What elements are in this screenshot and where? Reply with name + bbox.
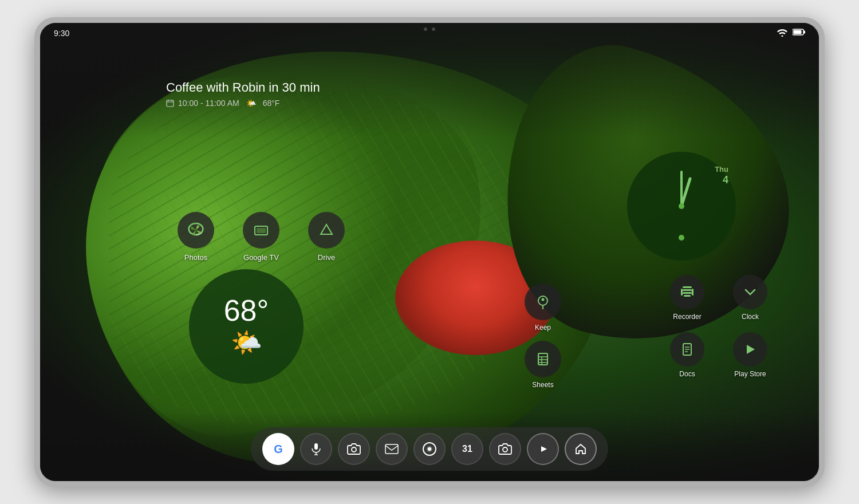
docs-label: Docs [679,370,695,378]
svg-point-42 [428,447,431,451]
app-drive[interactable]: Drive [308,212,345,262]
svg-point-8 [195,229,198,232]
play-store-label: Play Store [734,370,766,378]
svg-point-0 [782,36,783,37]
weather-sun-icon: 🌤️ [231,328,262,357]
svg-rect-10 [257,228,266,233]
clock-icon-circle [733,275,767,309]
status-time: 9:30 [54,29,69,38]
dock-google-search[interactable]: G [262,433,294,465]
event-title: Coffee with Robin in 30 min [166,80,320,95]
app-recorder[interactable]: Recorder [664,275,710,321]
svg-rect-29 [681,289,683,296]
weather-temperature: 68° [224,296,269,325]
svg-rect-30 [692,289,693,296]
svg-point-19 [542,298,545,301]
camera-dot-1 [424,27,427,31]
recorder-label: Recorder [673,313,701,321]
play-store-icon-circle [733,332,767,367]
sheets-label: Sheets [532,381,553,389]
dock-gmail[interactable] [376,433,408,465]
svg-rect-20 [538,353,547,365]
svg-rect-28 [684,295,691,297]
dock-chrome[interactable] [413,433,446,465]
docs-icon-circle [670,332,704,367]
svg-point-38 [352,447,356,452]
photos-label: Photos [184,253,207,262]
dock-home[interactable] [565,433,597,465]
svg-rect-26 [683,289,692,291]
drive-label: Drive [318,253,335,262]
app-docs[interactable]: Docs [664,332,710,378]
svg-marker-44 [541,446,547,452]
status-bar: 9:30 [40,23,819,44]
dock-microphone[interactable] [300,433,332,465]
google-tv-label: Google TV [243,253,279,262]
dock-youtube[interactable] [527,433,559,465]
wifi-icon [777,27,788,39]
dock-calendar[interactable]: 31 [451,433,483,465]
keep-icon-circle [525,284,561,320]
svg-rect-27 [683,292,692,294]
sheets-icon-circle [525,341,561,377]
tablet-frame: 9:30 C [34,17,825,487]
dock-camera-2[interactable] [489,433,521,465]
event-time: 10:00 - 11:00 AM [178,99,239,108]
camera-notch [424,27,435,31]
weather-widget[interactable]: 68° 🌤️ [189,269,304,384]
svg-rect-4 [167,100,174,107]
clock-day: Thu [715,165,728,174]
svg-rect-39 [385,444,398,454]
clock-widget[interactable]: Thu 4 [624,149,739,266]
app-play-store[interactable]: Play Store [727,332,773,378]
event-weather-emoji: 🌤️ [246,99,256,108]
app-photos[interactable]: Photos [178,212,214,262]
event-details: 10:00 - 11:00 AM 🌤️ 68°F [166,99,320,108]
right-app-grid: Recorder Clock [601,275,773,378]
app-clock[interactable]: Clock [727,275,773,321]
svg-rect-25 [683,286,692,288]
app-keep[interactable]: Keep [525,284,561,332]
keep-label: Keep [535,324,551,332]
svg-point-16 [679,235,684,241]
event-weather-temp: 68°F [263,99,280,108]
tablet-screen: 9:30 C [40,23,819,481]
clock-date: 4 [715,174,728,187]
dock-camera[interactable] [338,433,370,465]
recorder-icon-circle [670,275,704,309]
calendar-inline-icon: 10:00 - 11:00 AM [166,99,239,108]
event-widget: Coffee with Robin in 30 min 10:00 - 11:0… [166,80,320,108]
svg-rect-35 [314,443,318,450]
svg-point-15 [679,203,684,209]
svg-rect-3 [803,31,805,34]
svg-rect-2 [794,30,802,34]
battery-icon [793,28,805,38]
status-icons [777,27,805,39]
google-tv-icon-circle [243,212,279,249]
app-icon-row: Photos Google TV [178,212,345,262]
dock: G [251,427,608,471]
drive-icon-circle [308,212,345,249]
camera-dot-2 [432,27,435,31]
photos-icon-circle [178,212,214,249]
app-sheets[interactable]: Sheets [525,341,561,389]
app-google-tv[interactable]: Google TV [243,212,279,262]
clock-label: Clock [742,313,759,321]
svg-point-43 [503,447,507,452]
